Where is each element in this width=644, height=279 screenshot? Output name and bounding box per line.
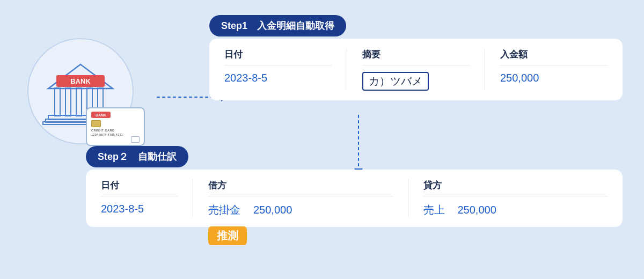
step1-date-value: 2023-8-5	[224, 72, 332, 84]
step2-date-col: 日付 2023-8-5	[86, 179, 193, 217]
credit-card: BANK CREDIT CARD 1234 5678 8765 4321	[86, 107, 145, 146]
step2-debit-amount: 250,000	[253, 204, 292, 216]
step1-amount-header: 入金額	[500, 48, 608, 65]
step2-debit-content: 売掛金 250,000 推測	[208, 203, 393, 217]
step1-amount-col: 入金額 250,000	[485, 48, 623, 91]
card-bank-label: BANK	[91, 112, 111, 118]
card-icon-row	[91, 136, 140, 143]
step1-summary-value: カ）ツバメ	[362, 72, 429, 91]
step1-summary-col: 摘要 カ）ツバメ	[347, 48, 485, 91]
step2-debit-col: 借方 売掛金 250,000 推測	[193, 179, 408, 217]
step2-label: Step２ 自動仕訳	[86, 146, 188, 167]
svg-text:BANK: BANK	[70, 77, 91, 85]
main-container: BANK BANK CREDIT CARD 1234 5678 8765 432…	[0, 0, 644, 279]
step2-date-header: 日付	[101, 179, 178, 196]
step2-credit-col: 貸方 売上 250,000	[408, 179, 623, 217]
card-chip	[91, 120, 101, 127]
step2-credit-header: 貸方	[423, 179, 608, 196]
step2-card: 日付 2023-8-5 借方 売掛金 250,000 推測 貸方 売上 250,…	[86, 170, 623, 227]
step2-credit-content: 売上 250,000	[423, 203, 608, 217]
inference-badge: 推測	[208, 226, 247, 245]
step1-label: Step1 入金明細自動取得	[209, 15, 346, 36]
bank-illustration: BANK BANK CREDIT CARD 1234 5678 8765 432…	[21, 32, 150, 161]
vertical-arrow	[354, 114, 363, 176]
step2-debit-account: 売掛金	[208, 203, 240, 217]
step1-date-col: 日付 2023-8-5	[209, 48, 347, 91]
card-payment-icon	[131, 136, 140, 143]
step1-amount-value: 250,000	[500, 72, 608, 84]
card-label-text: CREDIT CARD	[91, 129, 140, 132]
step2-credit-account: 売上	[423, 203, 445, 217]
step1-date-header: 日付	[224, 48, 332, 65]
step1-card: 日付 2023-8-5 摘要 カ）ツバメ 入金額 250,000	[209, 39, 623, 100]
step2-date-value: 2023-8-5	[101, 203, 178, 215]
step2-credit-amount: 250,000	[458, 204, 496, 216]
step1-summary-header: 摘要	[362, 48, 470, 65]
step2-debit-header: 借方	[208, 179, 393, 196]
